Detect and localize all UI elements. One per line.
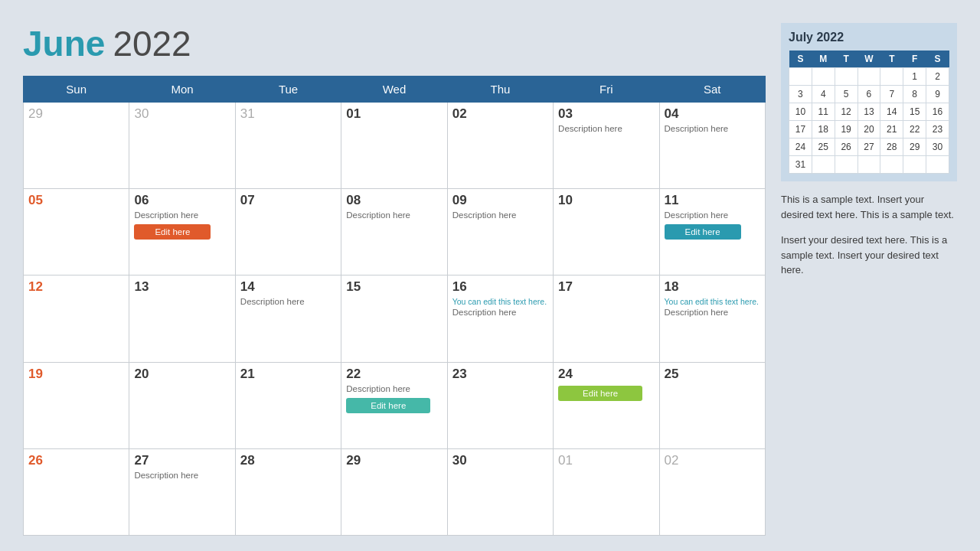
day-number: 20 xyxy=(134,367,230,382)
day-number: 14 xyxy=(240,279,336,295)
day-number: 16 xyxy=(452,279,548,295)
day-number: 29 xyxy=(346,453,442,468)
mini-cal-day: 10 xyxy=(789,103,812,121)
mini-cal-day xyxy=(903,156,926,174)
day-number: 18 xyxy=(665,279,760,295)
mini-cal-day: 2 xyxy=(926,68,949,86)
mini-cal-day: 15 xyxy=(903,103,926,121)
calendar-week-row: 293031010203Description here04Descriptio… xyxy=(24,103,766,189)
calendar-week-row: 0506Description hereEdit here0708Descrip… xyxy=(24,189,766,276)
mini-cal-week-row: 17181920212223 xyxy=(789,121,949,139)
description-text: Description here xyxy=(665,308,760,317)
mini-cal-day xyxy=(926,156,949,174)
calendar-week-row: 19202122Description hereEdit here2324Edi… xyxy=(24,362,766,448)
mini-cal-day: 14 xyxy=(880,103,903,121)
mini-cal-day xyxy=(835,68,858,86)
day-number: 30 xyxy=(452,453,548,468)
day-number: 02 xyxy=(452,106,548,122)
mini-cal-header-cell: T xyxy=(880,51,903,68)
day-number: 05 xyxy=(28,193,124,208)
calendar-cell: 13 xyxy=(129,276,235,362)
mini-cal-day xyxy=(812,156,835,174)
day-number: 04 xyxy=(665,106,760,122)
mini-cal-day xyxy=(835,156,858,174)
calendar-cell: 09Description here xyxy=(447,189,553,276)
calendar-header-cell: Sun xyxy=(24,77,129,103)
day-number: 12 xyxy=(28,279,124,295)
mini-cal-day: 26 xyxy=(835,139,858,156)
mini-cal-day: 7 xyxy=(880,86,903,103)
day-number: 25 xyxy=(665,367,760,382)
mini-cal-day xyxy=(812,68,835,86)
mini-cal-day: 11 xyxy=(812,103,835,121)
edit-button[interactable]: Edit here xyxy=(134,224,211,240)
mini-calendar-title: July 2022 xyxy=(789,31,949,44)
mini-calendar-body: 1234567891011121314151617181920212223242… xyxy=(789,68,949,174)
mini-cal-day: 4 xyxy=(812,86,835,103)
mini-cal-header-cell: W xyxy=(858,51,880,68)
edit-button[interactable]: Edit here xyxy=(346,398,430,413)
day-number: 02 xyxy=(665,453,760,468)
left-section: June 2022 SunMonTueWedThuFriSat 29303101… xyxy=(23,23,766,536)
mini-cal-day xyxy=(880,68,903,86)
mini-cal-day: 12 xyxy=(835,103,858,121)
calendar-cell: 20 xyxy=(129,362,235,448)
mini-cal-day xyxy=(789,68,812,86)
calendar-cell: 28 xyxy=(235,448,341,535)
sample-text-2: Insert your desired text here. This is a… xyxy=(781,233,957,278)
mini-cal-day: 20 xyxy=(858,121,880,139)
day-number: 07 xyxy=(240,193,336,208)
calendar-cell: 01 xyxy=(554,448,659,535)
main-title: June 2022 xyxy=(23,23,766,64)
mini-cal-week-row: 24252627282930 xyxy=(789,139,949,156)
mini-cal-day xyxy=(880,156,903,174)
day-number: 09 xyxy=(452,193,548,208)
day-number: 17 xyxy=(558,279,654,295)
edit-button[interactable]: Edit here xyxy=(558,386,642,401)
day-number: 21 xyxy=(240,367,336,382)
calendar-header-cell: Fri xyxy=(554,77,659,103)
day-number: 03 xyxy=(558,106,654,122)
calendar-header-cell: Thu xyxy=(447,77,553,103)
day-number: 19 xyxy=(28,367,124,382)
day-number: 06 xyxy=(134,193,230,208)
mini-cal-day: 23 xyxy=(926,121,949,139)
calendar-cell: 31 xyxy=(235,103,341,189)
calendar-week-row: 121314Description here1516You can edit t… xyxy=(24,276,766,362)
mini-cal-day: 31 xyxy=(789,156,812,174)
calendar-cell: 14Description here xyxy=(235,276,341,362)
mini-cal-week-row: 3456789 xyxy=(789,86,949,103)
calendar-cell: 24Edit here xyxy=(554,362,659,448)
calendar-cell: 16You can edit this text here.Descriptio… xyxy=(447,276,553,362)
calendar-header-row: SunMonTueWedThuFriSat xyxy=(24,77,766,103)
sample-text-1: This is a sample text. Insert your desir… xyxy=(781,192,957,222)
description-text: Description here xyxy=(134,210,230,220)
right-section: July 2022 SMTWTFS 1234567891011121314151… xyxy=(781,23,957,536)
mini-cal-day: 30 xyxy=(926,139,949,156)
calendar-table: SunMonTueWedThuFriSat 293031010203Descri… xyxy=(23,76,766,536)
mini-cal-day: 19 xyxy=(835,121,858,139)
mini-cal-day xyxy=(858,68,880,86)
calendar-cell: 19 xyxy=(24,362,129,448)
edit-button[interactable]: Edit here xyxy=(665,224,741,240)
calendar-cell: 01 xyxy=(341,103,447,189)
mini-cal-day: 24 xyxy=(789,139,812,156)
mini-cal-day: 6 xyxy=(858,86,880,103)
description-text: Description here xyxy=(240,297,336,306)
calendar-header-cell: Tue xyxy=(235,77,341,103)
mini-cal-day: 9 xyxy=(926,86,949,103)
calendar-cell: 23 xyxy=(447,362,553,448)
calendar-cell: 29 xyxy=(24,103,129,189)
calendar-header-cell: Mon xyxy=(129,77,235,103)
you-can-edit-text: You can edit this text here. xyxy=(665,297,760,306)
day-number: 31 xyxy=(240,106,336,122)
mini-cal-week-row: 31 xyxy=(789,156,949,174)
mini-cal-day: 21 xyxy=(880,121,903,139)
calendar-header-cell: Sat xyxy=(659,77,765,103)
calendar-cell: 03Description here xyxy=(554,103,659,189)
description-text: Description here xyxy=(665,210,760,220)
day-number: 08 xyxy=(346,193,442,208)
mini-calendar-container: July 2022 SMTWTFS 1234567891011121314151… xyxy=(781,23,957,181)
mini-cal-header-cell: M xyxy=(812,51,835,68)
day-number: 13 xyxy=(134,279,230,295)
